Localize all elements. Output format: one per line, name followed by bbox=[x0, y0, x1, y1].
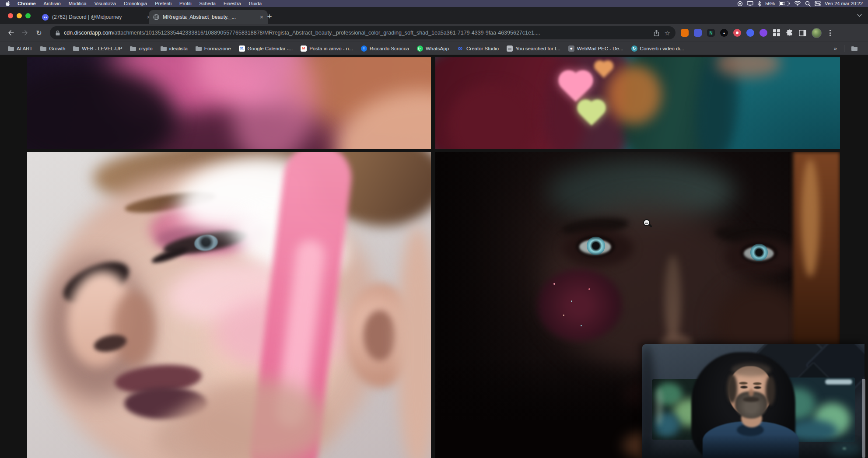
bookmark-folder-ai-art[interactable]: AI ART bbox=[4, 45, 36, 52]
sidebar-icon[interactable] bbox=[799, 30, 806, 36]
apple-logo-icon bbox=[5, 1, 10, 7]
extension-notion-icon[interactable]: N bbox=[707, 29, 715, 37]
sparkle bbox=[571, 301, 572, 302]
menubar-item-chrome[interactable]: Chrome bbox=[14, 1, 40, 6]
quadrant-bottom-left-portrait bbox=[27, 152, 431, 458]
back-button[interactable] bbox=[5, 27, 17, 38]
eyebrow bbox=[739, 382, 748, 385]
bookmark-label: Riccardo Scrocca bbox=[370, 46, 409, 51]
tab-active-image[interactable]: MRregista_Abstract_beauty._... × bbox=[149, 10, 268, 24]
forward-arrow-icon bbox=[21, 29, 28, 36]
bookmark-gmail-inbox[interactable]: M Posta in arrivo - ri... bbox=[297, 44, 357, 53]
bookmark-webmail-pec[interactable]: ◆ WebMail PEC - De... bbox=[565, 44, 627, 53]
menubar-item-cronologia[interactable]: Cronologia bbox=[120, 1, 151, 6]
sparkle bbox=[553, 283, 555, 285]
bookmark-label: crypto bbox=[139, 46, 152, 51]
quadrant-top-left bbox=[27, 57, 431, 149]
extension-orange-icon[interactable] bbox=[681, 29, 689, 37]
share-icon[interactable] bbox=[654, 30, 659, 36]
whatsapp-icon bbox=[417, 45, 423, 52]
extension-purple-icon[interactable] bbox=[760, 29, 767, 37]
folder-icon bbox=[161, 46, 167, 51]
menubar-item-preferiti[interactable]: Preferiti bbox=[151, 1, 175, 6]
chrome-menu-icon[interactable] bbox=[827, 30, 833, 36]
icon-strip bbox=[654, 388, 663, 426]
page-viewport bbox=[0, 55, 868, 458]
bookmark-folder-growth[interactable]: Growth bbox=[37, 45, 69, 52]
zoom-window-button[interactable] bbox=[25, 13, 31, 18]
bookmark-google-calendar[interactable]: 31 Google Calendar -... bbox=[235, 44, 297, 53]
forward-button[interactable] bbox=[19, 27, 31, 38]
chevron-down-icon[interactable] bbox=[857, 14, 862, 17]
menubar-clock[interactable]: Ven 24 mar 20:22 bbox=[825, 1, 863, 6]
wifi-icon[interactable] bbox=[794, 1, 801, 6]
bookmark-label: Converti i video di... bbox=[640, 46, 684, 51]
reload-button[interactable]: ↻ bbox=[33, 27, 45, 38]
bookmark-star-icon[interactable]: ☆ bbox=[665, 30, 670, 36]
sparkle bbox=[563, 315, 564, 316]
folder-icon bbox=[851, 46, 858, 51]
eye-downcast bbox=[740, 386, 748, 388]
bookmark-creator-studio[interactable]: Creator Studio bbox=[453, 45, 502, 52]
battery-icon[interactable] bbox=[779, 1, 790, 6]
menubar-item-visualizza[interactable]: Visualizza bbox=[91, 1, 120, 6]
bright-strip bbox=[825, 379, 852, 385]
chrome-toolbar: ↻ cdn.discordapp.com /attachments/101351… bbox=[0, 24, 868, 42]
nose-shadow bbox=[113, 291, 155, 365]
bookmark-converti-video[interactable]: ↻ Converti i video di... bbox=[628, 44, 688, 53]
scrollbar-thumb[interactable] bbox=[862, 379, 865, 458]
menubar-item-scheda[interactable]: Scheda bbox=[196, 1, 220, 6]
eyebrow bbox=[753, 382, 762, 385]
folder-icon bbox=[40, 46, 46, 51]
menubar-item-archivio[interactable]: Archivio bbox=[40, 1, 65, 6]
charging-bolt-icon bbox=[782, 1, 785, 6]
mustache bbox=[743, 397, 760, 402]
bookmark-folder-formazione[interactable]: Formazione bbox=[192, 45, 234, 52]
bookmark-whatsapp[interactable]: WhatsApp bbox=[413, 44, 452, 53]
apple-menu[interactable] bbox=[0, 1, 14, 7]
menubar-item-finestra[interactable]: Finestra bbox=[220, 1, 245, 6]
quadrant-top-right bbox=[435, 57, 840, 149]
orange-bokeh bbox=[607, 65, 662, 124]
bookmark-label: WhatsApp bbox=[426, 46, 449, 51]
bookmark-label: WebMail PEC - De... bbox=[577, 46, 623, 51]
bookmark-label: idealista bbox=[169, 46, 188, 51]
bookmark-folder-web-level-up[interactable]: WEB - LEVEL-UP bbox=[70, 45, 126, 52]
bookmark-folder-idealista[interactable]: idealista bbox=[157, 45, 191, 52]
spotlight-search-icon[interactable] bbox=[805, 1, 811, 7]
chrome-tabstrip: (2762) Discord | @Midjourney × MRregista… bbox=[0, 7, 868, 24]
video-convert-icon: ↻ bbox=[631, 45, 637, 52]
bluetooth-icon[interactable] bbox=[757, 1, 761, 7]
address-bar[interactable]: cdn.discordapp.com /attachments/10135123… bbox=[50, 26, 676, 39]
extension-grid-icon[interactable] bbox=[773, 29, 780, 37]
extension-indigo-icon[interactable] bbox=[694, 29, 702, 37]
bookmark-facebook-profile[interactable]: f Riccardo Scrocca bbox=[357, 44, 413, 53]
extensions-puzzle-icon[interactable] bbox=[786, 29, 794, 37]
tab-close-icon[interactable]: × bbox=[260, 14, 263, 20]
meta-icon bbox=[457, 46, 464, 51]
bookmarks-divider bbox=[844, 45, 844, 52]
folder-icon bbox=[130, 46, 136, 51]
extension-midjourney-icon[interactable]: ▲ bbox=[720, 29, 728, 37]
extension-red-icon[interactable] bbox=[733, 29, 741, 37]
nose-shadow bbox=[749, 388, 754, 396]
bookmark-you-searched[interactable]: You searched for I... bbox=[503, 44, 564, 53]
bookmark-folder-crypto[interactable]: crypto bbox=[126, 45, 156, 52]
screen-record-icon[interactable] bbox=[737, 1, 743, 7]
new-tab-button[interactable]: + bbox=[264, 11, 275, 22]
bookmarks-overflow-chevron[interactable]: » bbox=[830, 45, 840, 52]
nose-bridge bbox=[665, 255, 681, 345]
eyeliner-left bbox=[576, 236, 615, 257]
minimize-window-button[interactable] bbox=[17, 13, 22, 18]
extension-blue-icon[interactable] bbox=[746, 29, 754, 37]
profile-avatar[interactable] bbox=[812, 28, 822, 38]
other-bookmarks-folder[interactable] bbox=[848, 45, 864, 52]
control-center-icon[interactable] bbox=[815, 1, 821, 6]
menubar-item-modifica[interactable]: Modifica bbox=[65, 1, 91, 6]
menubar-item-profili[interactable]: Profili bbox=[175, 1, 196, 6]
menubar-item-guida[interactable]: Guida bbox=[245, 1, 266, 6]
facebook-icon: f bbox=[361, 45, 367, 52]
tab-discord[interactable]: (2762) Discord | @Midjourney × bbox=[38, 11, 154, 23]
close-window-button[interactable] bbox=[8, 13, 13, 18]
display-icon[interactable] bbox=[747, 1, 753, 6]
